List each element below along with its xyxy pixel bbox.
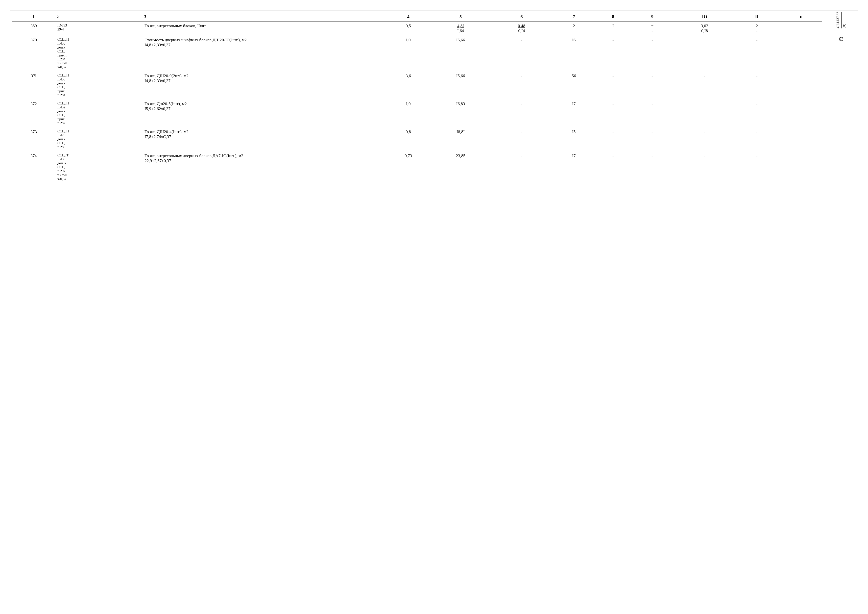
row-col8: I — [595, 22, 631, 35]
row-col6: - — [491, 99, 552, 127]
row-col9: - — [631, 151, 674, 183]
row-col6: - — [491, 71, 552, 99]
row-col9: - — [631, 71, 674, 99]
row-col11: - — [735, 35, 779, 71]
table-header-row: I 2 3 4 5 6 7 8 9 IO II п — [12, 12, 822, 22]
row-col12 — [779, 22, 822, 35]
row-col7: 2 — [552, 22, 595, 35]
header-col1: I — [12, 12, 56, 22]
row-desc: То же, ДШ20-4(Iшт.), м2I7,8+2,74хС,37 — [143, 127, 386, 151]
row-col11: - — [735, 127, 779, 151]
right-label-bottom: 63 — [826, 37, 856, 42]
row-col6: - — [491, 35, 552, 71]
row-col8: - — [595, 35, 631, 71]
row-col12 — [779, 71, 822, 99]
header-col3: 3 — [143, 12, 386, 22]
row-col8: - — [595, 71, 631, 99]
header-col8: 8 — [595, 12, 631, 22]
row-col12 — [779, 151, 822, 183]
row-col10 — [674, 99, 735, 127]
table-row: 369 IO-I53 29-4 То же, антресольных блок… — [12, 22, 822, 35]
row-col7: I6 — [552, 35, 595, 71]
header-col10: IO — [674, 12, 735, 22]
row-num: 373 — [12, 127, 56, 151]
row-col5: I5,66 — [430, 35, 491, 71]
row-col4: 0,8 — [386, 127, 430, 151]
row-desc: То же, Дш20-5(Iшт), м2I5,9+2,62х0,37 — [143, 99, 386, 127]
row-col5: 4,8II,64 — [430, 22, 491, 35]
row-col7: I5 — [552, 127, 595, 151]
row-col10: .. — [674, 35, 735, 71]
row-col6: - — [491, 151, 552, 183]
table-row: 374 ССЦцТ п.459 доп. к ССЦ п.297 т.ч.т20… — [12, 151, 822, 183]
row-col4: I,0 — [386, 99, 430, 127]
row-col5: I6,83 — [430, 99, 491, 127]
row-col10: - — [674, 127, 735, 151]
row-col4: I,0 — [386, 35, 430, 71]
header-col2: 2 — [56, 12, 143, 22]
header-col12: п — [779, 12, 822, 22]
row-desc: То же, антресольных дверных блоков ДА7-I… — [143, 151, 386, 183]
row-num: 369 — [12, 22, 56, 35]
table-row: 373 ССЦцП п.429 доп.к ССЦ п.280 То же, Д… — [12, 127, 822, 151]
row-col9: =- — [631, 22, 674, 35]
row-col5: I8,8I — [430, 127, 491, 151]
row-col5: 23,85 — [430, 151, 491, 183]
header-col7: 7 — [552, 12, 595, 22]
row-desc: То же, антресольных блоков, I0шт — [143, 22, 386, 35]
row-col9: - — [631, 99, 674, 127]
row-desc: То же, ДШ20-9(2шт), м2I4,8+2,33х0,37 — [143, 71, 386, 99]
table-row: 370 ССЦцП п.43с доп.к ССЦ прил.I п.284 т… — [12, 35, 822, 71]
right-label-sub: (Ч) — [842, 24, 846, 28]
row-num: 370 — [12, 35, 56, 71]
right-label-top: 4II-I-I37.87 — [836, 12, 842, 28]
row-col11: - — [735, 71, 779, 99]
row-col10: - — [674, 151, 735, 183]
header-col5: 5 — [430, 12, 491, 22]
row-num: 37I — [12, 71, 56, 99]
row-col8: - — [595, 151, 631, 183]
header-col6: 6 — [491, 12, 552, 22]
row-desc: Стоимость дверных шкафных блоков ДШ20-IO… — [143, 35, 386, 71]
row-col4: 0,73 — [386, 151, 430, 183]
row-col4: 0,5 — [386, 22, 430, 35]
row-col8: - — [595, 99, 631, 127]
row-col12 — [779, 127, 822, 151]
row-col7: I7 — [552, 99, 595, 127]
row-col12 — [779, 99, 822, 127]
row-col11: 2- — [735, 22, 779, 35]
header-col9: 9 — [631, 12, 674, 22]
row-ref: ССЦцП п.432 доп.к ССЦ прил.I п.282 — [56, 99, 143, 127]
row-ref: ССЦцП п.429 доп.к ССЦ п.280 — [56, 127, 143, 151]
row-col10: - — [674, 71, 735, 99]
row-col6: - — [491, 127, 552, 151]
table-row: 372 ССЦцП п.432 доп.к ССЦ прил.I п.282 Т… — [12, 99, 822, 127]
row-col5: I5,66 — [430, 71, 491, 99]
row-ref: ССЦцП п.43с доп.к ССЦ прил.I п.284 т.ч.т… — [56, 35, 143, 71]
row-col9: - — [631, 35, 674, 71]
row-col11: - — [735, 99, 779, 127]
row-col4: 3,6 — [386, 71, 430, 99]
table-row: 37I ССЦцП п.436 доп.к ССЦ прил.I п.284 Т… — [12, 71, 822, 99]
row-col6: 0,480,I4 — [491, 22, 552, 35]
row-num: 374 — [12, 151, 56, 183]
row-col7: 56 — [552, 71, 595, 99]
row-ref: IO-I53 29-4 — [56, 22, 143, 35]
header-col11: II — [735, 12, 779, 22]
row-col10: 3,020,I8 — [674, 22, 735, 35]
row-col8: - — [595, 127, 631, 151]
header-col4: 4 — [386, 12, 430, 22]
row-col9: - — [631, 127, 674, 151]
row-num: 372 — [12, 99, 56, 127]
row-ref: ССЦцТ п.459 доп. к ССЦ п.297 т.ч.т20 к-0… — [56, 151, 143, 183]
row-col11: - — [735, 151, 779, 183]
row-col12 — [779, 35, 822, 71]
row-col7: I7 — [552, 151, 595, 183]
row-ref: ССЦцП п.436 доп.к ССЦ прил.I п.284 — [56, 71, 143, 99]
